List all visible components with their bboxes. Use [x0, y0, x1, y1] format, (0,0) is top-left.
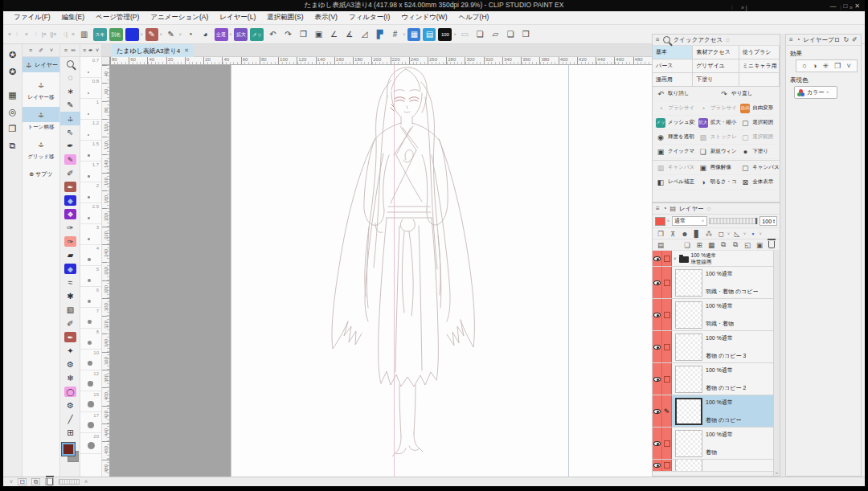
- fit-to-view-button[interactable]: ⊠全体表示: [737, 175, 780, 189]
- brush-size-item[interactable]: 0.8: [80, 78, 101, 99]
- palette-header-icon[interactable]: ✏: [71, 47, 76, 54]
- toolbar-nav-arrow[interactable]: 〈: [31, 31, 39, 39]
- scale-shrink-button[interactable]: 拡大拡大・縮小: [695, 116, 738, 129]
- panel-menu-icon[interactable]: ≡: [789, 36, 793, 43]
- brush-size-item[interactable]: 2: [80, 182, 101, 203]
- free-transform-button[interactable]: 自由自由変形: [737, 101, 780, 115]
- layer-checkbox-cell[interactable]: [662, 299, 672, 330]
- qa-tab-パース[interactable]: パース: [653, 59, 693, 73]
- brush-size-item[interactable]: 1.2: [80, 120, 101, 141]
- palette-header-icon[interactable]: ≡: [83, 47, 86, 53]
- palette-book-icon[interactable]: ❐: [6, 122, 19, 136]
- toolbar-nav-arrow[interactable]: 〈|: [59, 31, 69, 39]
- layer-row[interactable]: 100 %通常羽織・着物: [653, 299, 773, 331]
- lock-layer-icon[interactable]: ▊: [691, 229, 702, 239]
- zoom-percent-chip[interactable]: 100: [438, 28, 452, 41]
- main-color-swatch[interactable]: [62, 443, 75, 456]
- clip-to-layer-icon[interactable]: ❐: [655, 229, 666, 239]
- palette-tile-icon[interactable]: ▦: [6, 88, 19, 102]
- border-effect-icon[interactable]: ○: [802, 62, 806, 70]
- layer-visibility-cell[interactable]: [653, 331, 662, 362]
- pink-ellipse-tool[interactable]: ◯: [60, 385, 80, 399]
- layer-visibility-cell[interactable]: [653, 267, 662, 298]
- ruler-range-icon[interactable]: ◺: [731, 229, 743, 239]
- level-correction-button[interactable]: ◧レベル補正: [653, 175, 695, 189]
- airbrush-tool[interactable]: ✱: [60, 289, 80, 303]
- layer-visibility-cell[interactable]: [653, 299, 662, 330]
- canvas-size-button[interactable]: ▥キャンバスサ: [653, 161, 695, 174]
- palette-header-icon[interactable]: ˅: [50, 47, 53, 53]
- fill-tool[interactable]: ▰: [60, 248, 80, 262]
- layer-color-swatch[interactable]: [655, 217, 665, 226]
- panel-aux-icon[interactable]: ◌: [707, 205, 711, 212]
- palette-header-icon[interactable]: ˅: [96, 47, 99, 53]
- new-vector-layer-icon[interactable]: ⊞: [694, 240, 705, 250]
- luminosity-to-alpha-button[interactable]: ◉輝度を透明: [653, 130, 695, 144]
- panel-overflow-right[interactable]: 〉 »: [839, 4, 854, 12]
- brush-size-item[interactable]: 3: [80, 224, 101, 245]
- snap-guide-icon[interactable]: ◿: [357, 27, 371, 42]
- expand-chevron-icon[interactable]: ˄: [84, 479, 88, 485]
- subtool-item-0[interactable]: レイヤー: [23, 57, 59, 72]
- layer-row[interactable]: 100 %通常着物 のコピー 2: [653, 363, 773, 395]
- dropdown-arrow-icon[interactable]: ˅: [403, 32, 405, 37]
- pattern-effect-icon[interactable]: ✳: [822, 62, 829, 70]
- effect-dropdown-icon[interactable]: ˅: [847, 62, 851, 70]
- brush-size-item[interactable]: 5: [80, 266, 101, 287]
- register-material-icon[interactable]: ⊡: [18, 478, 27, 485]
- menu-item[interactable]: ヘルプ(H): [452, 13, 494, 23]
- brush-size-button[interactable]: ◔ブラシサイ: [653, 101, 695, 115]
- canvas-size-button-2[interactable]: ▢キャンバスサ: [737, 161, 780, 174]
- brush-size-item[interactable]: 4: [80, 245, 101, 266]
- undercoat-button[interactable]: ●下塗り: [737, 145, 780, 158]
- layer-checkbox-cell[interactable]: [662, 428, 672, 459]
- blend-tool[interactable]: ≈: [60, 276, 80, 289]
- image-resolution-button[interactable]: ▣画像解像: [695, 161, 738, 174]
- palette-header-icon[interactable]: ✐: [39, 47, 43, 54]
- menu-item[interactable]: ページ管理(P): [90, 13, 145, 23]
- layer-checkbox-cell[interactable]: [662, 251, 672, 266]
- layer-folder-row[interactable]: ˅100 %通常珠世線画: [653, 251, 773, 267]
- sparkle-decoration-tool[interactable]: ✦: [60, 344, 80, 358]
- redo-button[interactable]: ↷やり直し: [716, 87, 780, 100]
- selection-pen-tool[interactable]: ✎: [60, 98, 80, 112]
- duplicate-icon[interactable]: ⧉: [31, 478, 40, 485]
- lock-alpha-icon[interactable]: ⁂: [703, 229, 714, 239]
- qa-tab-下塗り[interactable]: 下塗り: [693, 73, 739, 87]
- qa-tab-グリザイユ[interactable]: グリザイユ: [693, 59, 739, 73]
- dropdown-arrow-icon[interactable]: ˅: [230, 32, 232, 37]
- add-subtool-button[interactable]: ⊕サブツ: [23, 166, 59, 182]
- toolbar-nav-arrow[interactable]: |«: [40, 31, 48, 37]
- workspace-folder-2-icon[interactable]: ✪: [6, 65, 19, 79]
- qa-tab-使うブラシ[interactable]: 使うブラシ: [739, 46, 780, 59]
- mesh-transform-button[interactable]: メッメッシュ変形: [653, 116, 695, 129]
- layer-thumbnail[interactable]: [675, 269, 702, 297]
- panel-menu-icon[interactable]: ≡: [656, 36, 660, 43]
- brush-size-item[interactable]: 6: [80, 287, 101, 308]
- pen-icon[interactable]: ✎: [164, 27, 178, 42]
- eyedropper-tool[interactable]: ✑: [60, 221, 80, 235]
- pen-tool[interactable]: ✒: [60, 139, 80, 153]
- swatch-dropdown-icon[interactable]: ˅: [667, 219, 669, 223]
- layer-color-effect-icon[interactable]: ❐: [834, 62, 841, 70]
- palette-header-icon[interactable]: ≡: [29, 47, 32, 53]
- layer-checkbox-cell[interactable]: [662, 363, 672, 395]
- palette-nodes-icon[interactable]: ⧉: [6, 139, 19, 153]
- toolbar-nav-arrow[interactable]: »: [70, 31, 76, 37]
- material-tone-2-icon[interactable]: ▤: [423, 28, 436, 41]
- zoom-tool[interactable]: [60, 57, 80, 71]
- material-tone-icon[interactable]: ▦: [407, 28, 420, 41]
- brush-size-item[interactable]: 1.7: [80, 162, 101, 182]
- snowflake-tool[interactable]: ❄: [60, 371, 80, 385]
- brush-size-item[interactable]: 12: [80, 370, 101, 391]
- ruler-corner-icon[interactable]: ▛: [372, 27, 387, 42]
- gear-tool-2[interactable]: ⚙: [60, 399, 80, 412]
- snap-ruler-icon[interactable]: ∠: [326, 27, 341, 42]
- menu-item[interactable]: 編集(E): [56, 13, 90, 23]
- qa-tab-ミニキャラ用[interactable]: ミニキャラ用: [739, 59, 780, 73]
- line-tool[interactable]: ╱: [60, 412, 80, 426]
- layer-checkbox-cell[interactable]: ✎: [662, 395, 672, 427]
- tone-effect-icon[interactable]: ◑: [813, 62, 817, 70]
- drawing-color-chip[interactable]: [125, 28, 139, 41]
- save-icon[interactable]: ❏: [503, 27, 518, 42]
